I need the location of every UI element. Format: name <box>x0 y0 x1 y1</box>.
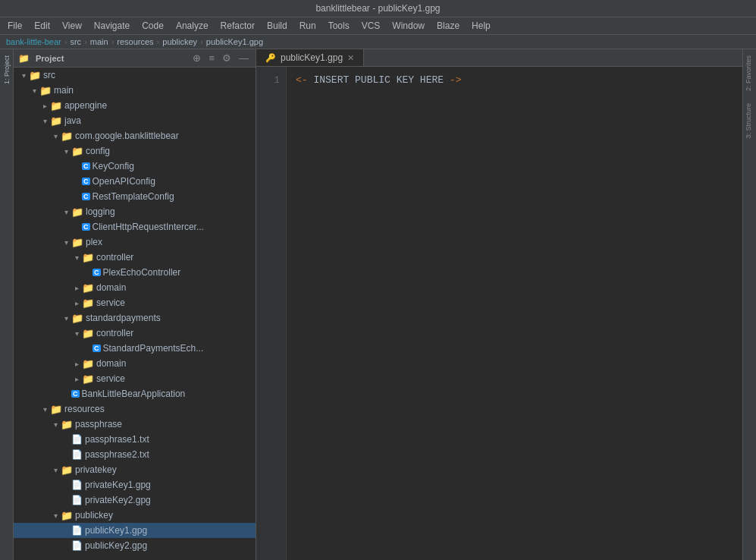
breadcrumb-item-1[interactable]: src <box>70 37 81 46</box>
menu-build[interactable]: Build <box>262 19 292 33</box>
menu-refactor[interactable]: Refactor <box>216 19 259 33</box>
tree-item-logging[interactable]: ▾ 📁 logging <box>14 204 256 219</box>
tree-arrow-service-plex[interactable]: ▸ <box>71 299 82 307</box>
editor-content[interactable]: 1 <- INSERT PUBLIC KEY HERE -> <box>256 67 742 560</box>
collapse-all-icon[interactable]: ≡ <box>206 52 217 64</box>
tree-item-service-std[interactable]: ▸ 📁 service <box>14 371 256 386</box>
editor-tab-publickey1[interactable]: 🔑 publicKey1.gpg ✕ <box>256 49 364 66</box>
tree-item-OpenAPIConfig[interactable]: C OpenAPIConfig <box>14 174 256 189</box>
tree-label-privateKey2.gpg: privateKey2.gpg <box>85 495 151 505</box>
tree-label-ClientHttpRequestInterceptor: ClientHttpRequestIntercer... <box>93 222 204 232</box>
tree-item-controller-std[interactable]: ▾ 📁 controller <box>14 326 256 341</box>
menu-code[interactable]: Code <box>137 19 168 33</box>
tree-item-passphrase2.txt[interactable]: 📄 passphrase2.txt <box>14 447 256 462</box>
tree-item-com.google.banklittlebear[interactable]: ▾ 📁 com.google.banklittlebear <box>14 128 256 143</box>
tree-item-BankLittleBearApplication[interactable]: C BankLittleBearApplication <box>14 386 256 401</box>
breadcrumb-item-0[interactable]: bank-little-bear <box>6 37 61 46</box>
tree-arrow-com.google.banklittlebear[interactable]: ▾ <box>50 132 61 140</box>
tree-item-privateKey2.gpg[interactable]: 📄 privateKey2.gpg <box>14 492 256 508</box>
tree-label-controller-plex: controller <box>96 252 133 263</box>
tree-item-PlexEchoController[interactable]: C PlexEchoController <box>14 265 256 280</box>
tree-arrow-controller-plex[interactable]: ▾ <box>71 253 82 262</box>
breadcrumb-item-2[interactable]: main <box>90 37 108 46</box>
tree-arrow-main[interactable]: ▾ <box>29 87 39 95</box>
tree-item-publicKey2.gpg[interactable]: 📄 publicKey2.gpg <box>14 538 256 553</box>
tree-arrow-service-std[interactable]: ▸ <box>71 375 82 383</box>
tree-item-service-plex[interactable]: ▸ 📁 service <box>14 295 256 310</box>
tree-arrow-config[interactable]: ▾ <box>61 147 71 156</box>
menu-run[interactable]: Run <box>295 19 321 33</box>
tree-item-publicKey1.gpg[interactable]: 📄 publicKey1.gpg <box>14 523 256 538</box>
tree-item-resources[interactable]: ▾ 📁 resources <box>14 401 256 417</box>
tree-arrow-logging[interactable]: ▾ <box>61 208 71 216</box>
tree-item-appengine[interactable]: ▸ 📁 appengine <box>14 98 256 113</box>
menu-vcs[interactable]: VCS <box>357 19 385 33</box>
breadcrumb-item-3[interactable]: resources <box>117 37 153 46</box>
tree-label-main: main <box>54 85 74 96</box>
tree-arrow-publickey[interactable]: ▾ <box>50 511 61 520</box>
tree-label-domain-std: domain <box>96 358 126 369</box>
tree-item-src[interactable]: ▾ 📁 src <box>14 68 256 83</box>
menu-tools[interactable]: Tools <box>324 19 354 33</box>
sidebar-project-tab[interactable]: 1: Project <box>2 49 12 93</box>
tree-item-privatekey[interactable]: ▾ 📁 privatekey <box>14 462 256 477</box>
tree-item-privateKey1.gpg[interactable]: 📄 privateKey1.gpg <box>14 477 256 492</box>
tree-label-domain-plex: domain <box>96 282 126 293</box>
tree-item-StandardPaymentsEch[interactable]: C StandardPaymentsEch... <box>14 341 256 356</box>
tree-label-passphrase: passphrase <box>75 419 122 429</box>
tree-label-com.google.banklittlebear: com.google.banklittlebear <box>75 131 179 141</box>
tree-label-service-std: service <box>96 373 125 384</box>
menu-blaze[interactable]: Blaze <box>432 19 464 33</box>
menu-help[interactable]: Help <box>467 19 495 33</box>
tree-label-RestTemplateConfig: RestTemplateConfig <box>93 191 174 202</box>
tree-item-RestTemplateConfig[interactable]: C RestTemplateConfig <box>14 189 256 204</box>
line-numbers: 1 <box>256 67 287 560</box>
tree-item-passphrase[interactable]: ▾ 📁 passphrase <box>14 417 256 432</box>
tab-close-button[interactable]: ✕ <box>347 53 354 63</box>
settings-icon[interactable]: ⚙ <box>220 52 234 64</box>
tree-arrow-domain-std[interactable]: ▸ <box>71 360 82 368</box>
tree-arrow-controller-std[interactable]: ▾ <box>71 329 82 338</box>
menu-navigate[interactable]: Navigate <box>89 19 134 33</box>
menu-window[interactable]: Window <box>387 19 429 33</box>
menu-file[interactable]: File <box>3 19 27 33</box>
tree-arrow-domain-plex[interactable]: ▸ <box>71 284 82 292</box>
window-title: banklittlebear - publicKey1.gpg <box>315 3 440 14</box>
tree-arrow-resources[interactable]: ▾ <box>39 405 50 414</box>
tree-label-BankLittleBearApplication: BankLittleBearApplication <box>82 389 186 399</box>
favorites-tab[interactable]: 2: Favorites <box>743 49 754 97</box>
tree-item-standardpayments[interactable]: ▾ 📁 standardpayments <box>14 310 256 326</box>
tree-label-KeyConfig: KeyConfig <box>93 161 134 171</box>
structure-tab[interactable]: 3: Structure <box>743 97 754 145</box>
tree-arrow-privatekey[interactable]: ▾ <box>50 466 61 474</box>
tree-item-controller-plex[interactable]: ▾ 📁 controller <box>14 250 256 265</box>
tree-arrow-plex[interactable]: ▾ <box>61 238 71 247</box>
tree-item-config[interactable]: ▾ 📁 config <box>14 143 256 159</box>
code-text: INSERT PUBLIC KEY HERE <box>313 74 449 86</box>
tree-label-logging: logging <box>86 206 115 217</box>
tree-label-publicKey1.gpg: publicKey1.gpg <box>85 525 147 536</box>
tree-arrow-standardpayments[interactable]: ▾ <box>61 314 71 322</box>
tree-item-passphrase1.txt[interactable]: 📄 passphrase1.txt <box>14 432 256 447</box>
tree-label-passphrase2.txt: passphrase2.txt <box>85 449 149 460</box>
close-panel-icon[interactable]: — <box>237 52 251 64</box>
menu-view[interactable]: View <box>58 19 86 33</box>
scope-icon[interactable]: ⊕ <box>190 52 203 64</box>
tree-item-ClientHttpRequestInterceptor[interactable]: C ClientHttpRequestIntercer... <box>14 219 256 234</box>
tree-arrow-appengine[interactable]: ▸ <box>39 102 50 110</box>
tree-arrow-passphrase[interactable]: ▾ <box>50 420 61 429</box>
menu-edit[interactable]: Edit <box>30 19 55 33</box>
tree-item-java[interactable]: ▾ 📁 java <box>14 113 256 128</box>
menu-analyze[interactable]: Analyze <box>171 19 213 33</box>
tree-item-domain-std[interactable]: ▸ 📁 domain <box>14 356 256 371</box>
tree-arrow-java[interactable]: ▾ <box>39 117 50 125</box>
breadcrumb-item-4[interactable]: publickey <box>162 37 197 46</box>
tree-item-publickey[interactable]: ▾ 📁 publickey <box>14 508 256 523</box>
tree-item-plex[interactable]: ▾ 📁 plex <box>14 234 256 250</box>
tree-item-domain-plex[interactable]: ▸ 📁 domain <box>14 280 256 295</box>
tree-arrow-src[interactable]: ▾ <box>18 71 29 80</box>
code-area[interactable]: <- INSERT PUBLIC KEY HERE -> <box>287 67 742 560</box>
tree-item-main[interactable]: ▾ 📁 main <box>14 83 256 98</box>
breadcrumb: bank-little-bear › src › main › resource… <box>0 35 756 49</box>
tree-item-KeyConfig[interactable]: C KeyConfig <box>14 159 256 174</box>
